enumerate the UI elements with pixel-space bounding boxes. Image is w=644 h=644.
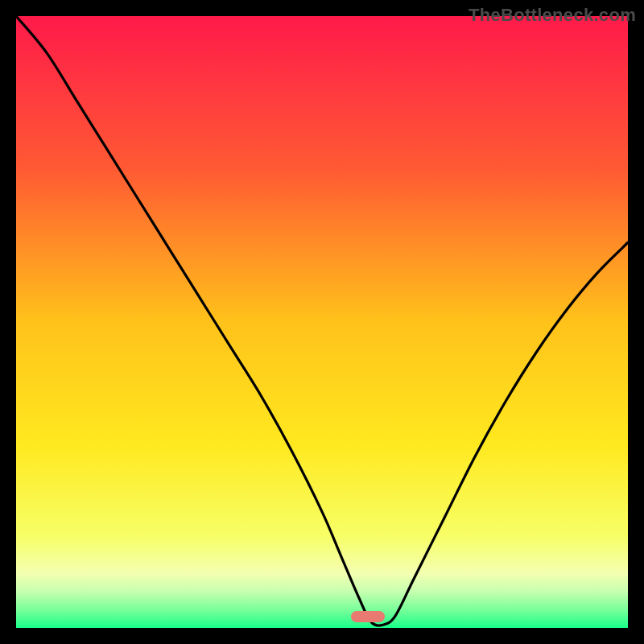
bottleneck-curve-path xyxy=(16,16,628,625)
plot-area xyxy=(16,16,628,628)
curve-svg xyxy=(16,16,628,628)
watermark-text: TheBottleneck.com xyxy=(469,5,636,26)
optimal-marker xyxy=(351,611,385,622)
chart-frame: TheBottleneck.com xyxy=(0,0,644,644)
